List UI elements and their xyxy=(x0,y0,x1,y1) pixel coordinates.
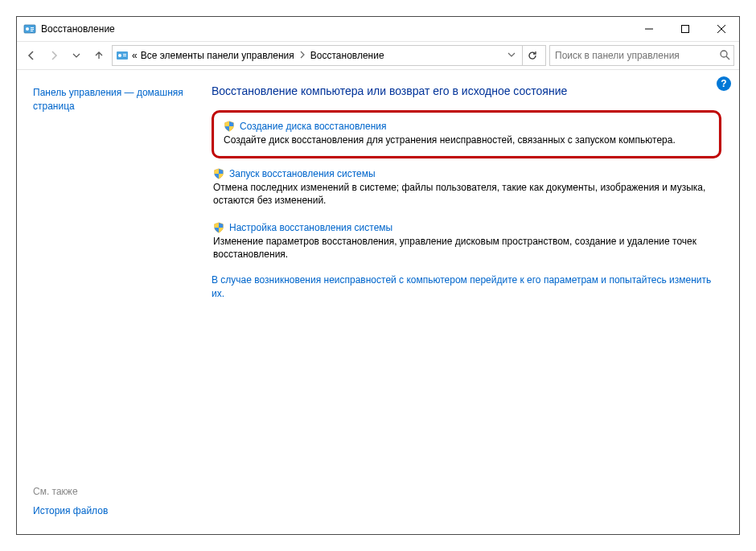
svg-line-15 xyxy=(726,56,729,60)
svg-point-14 xyxy=(721,51,727,57)
window-title: Восстановление xyxy=(41,23,115,35)
shield-icon xyxy=(213,222,224,233)
maximize-button[interactable] xyxy=(667,18,703,41)
page-heading: Восстановление компьютера или возврат ег… xyxy=(212,84,721,97)
option-description: Отмена последних изменений в системе; фа… xyxy=(213,181,720,207)
main-pane: ? Восстановление компьютера или возврат … xyxy=(203,70,739,534)
forward-button[interactable] xyxy=(44,46,64,65)
back-button[interactable] xyxy=(22,46,41,65)
up-button[interactable] xyxy=(89,46,109,65)
svg-point-2 xyxy=(26,27,29,31)
titlebar-left: Восстановление xyxy=(23,23,115,35)
address-icon xyxy=(116,49,129,62)
shield-icon xyxy=(224,121,235,132)
recovery-option-create-drive[interactable]: Создание диска восстановления Создайте д… xyxy=(222,119,711,148)
recovery-option-system-restore[interactable]: Запуск восстановления системы Отмена пос… xyxy=(212,167,721,208)
svg-rect-5 xyxy=(31,31,33,31)
svg-rect-4 xyxy=(31,29,34,30)
see-also-label: См. также xyxy=(33,486,194,497)
close-button[interactable] xyxy=(703,18,739,41)
address-dropdown[interactable] xyxy=(504,50,519,61)
svg-rect-12 xyxy=(123,54,126,55)
svg-point-11 xyxy=(118,54,121,57)
search-icon[interactable] xyxy=(719,49,730,63)
breadcrumb-prefix: « xyxy=(132,50,138,61)
address-bar[interactable]: « Все элементы панели управления Восстан… xyxy=(112,45,546,66)
left-bottom: См. также История файлов xyxy=(33,486,194,524)
refresh-button[interactable] xyxy=(522,46,542,65)
file-history-link[interactable]: История файлов xyxy=(33,505,194,516)
svg-rect-7 xyxy=(681,26,688,33)
recent-dropdown[interactable] xyxy=(67,46,86,65)
svg-rect-13 xyxy=(123,56,126,56)
minimize-button[interactable] xyxy=(631,18,667,41)
troubleshoot-settings-link[interactable]: В случае возникновения неисправностей с … xyxy=(212,273,721,301)
breadcrumb-item-1[interactable]: Все элементы панели управления xyxy=(141,50,294,61)
chevron-right-icon[interactable] xyxy=(298,50,307,61)
search-input[interactable] xyxy=(553,49,719,62)
highlight-annotation: Создание диска восстановления Создайте д… xyxy=(212,110,721,158)
option-title[interactable]: Настройка восстановления системы xyxy=(229,222,392,233)
body: Панель управления — домашняя страница См… xyxy=(17,70,739,534)
breadcrumb-item-2[interactable]: Восстановление xyxy=(310,50,384,61)
svg-rect-3 xyxy=(31,27,34,28)
option-title[interactable]: Создание диска восстановления xyxy=(240,121,387,132)
nav-row: « Все элементы панели управления Восстан… xyxy=(17,42,739,70)
option-title[interactable]: Запуск восстановления системы xyxy=(229,168,376,179)
window: Восстановление xyxy=(16,16,740,535)
control-panel-home-link[interactable]: Панель управления — домашняя страница xyxy=(33,86,194,113)
option-description: Изменение параметров восстановления, упр… xyxy=(213,235,720,261)
shield-icon xyxy=(213,168,224,179)
left-pane: Панель управления — домашняя страница См… xyxy=(17,70,203,534)
recovery-option-configure-restore[interactable]: Настройка восстановления системы Изменен… xyxy=(212,220,721,262)
titlebar: Восстановление xyxy=(17,17,739,42)
help-icon[interactable]: ? xyxy=(717,76,731,91)
window-controls xyxy=(631,18,739,41)
control-panel-icon xyxy=(23,23,36,35)
option-description: Создайте диск восстановления для устране… xyxy=(224,134,709,146)
search-box[interactable] xyxy=(549,45,734,66)
